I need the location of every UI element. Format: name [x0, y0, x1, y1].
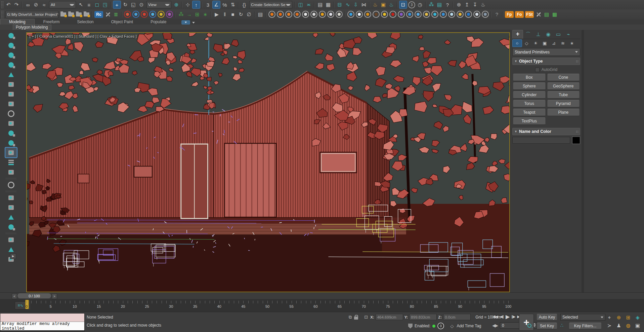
forest-grid2-icon[interactable]: ▦: [551, 11, 558, 18]
mini-curve-editor-button[interactable]: ≡∿: [15, 301, 26, 309]
x-coordinate-field[interactable]: 464.699cm: [376, 314, 403, 320]
notes-icon[interactable]: ▤: [436, 1, 443, 8]
sim-rewind-icon[interactable]: [5, 235, 17, 245]
absolute-mode-icon[interactable]: ⊡: [364, 315, 368, 320]
corona-camera-add-icon[interactable]: [5, 40, 17, 50]
next-key-button[interactable]: ||▶: [511, 315, 515, 319]
knife-icon[interactable]: [5, 212, 17, 222]
mirror-icon[interactable]: ◫: [297, 1, 304, 8]
add-time-tag[interactable]: Add Time Tag: [457, 324, 481, 328]
select-and-rotate-icon[interactable]: ↻: [122, 1, 129, 8]
key-filters-button[interactable]: Key Filters...: [569, 323, 601, 329]
select-and-scale-icon[interactable]: ◱: [130, 1, 137, 8]
corona-camera-icon[interactable]: [5, 31, 17, 40]
set-keys-button[interactable]: +: [519, 314, 534, 331]
rectangular-selection-icon[interactable]: ◻: [93, 1, 101, 8]
percent-snap-icon[interactable]: %: [221, 1, 228, 8]
preset-clouds-icon[interactable]: [327, 11, 334, 18]
render-history-icon[interactable]: ◷: [416, 1, 424, 8]
primitive-button-tube[interactable]: Tube: [547, 91, 580, 99]
preset-splash-icon[interactable]: [347, 11, 354, 18]
spray-sphere-icon[interactable]: [5, 222, 17, 232]
preset-candle-icon[interactable]: [319, 11, 326, 18]
material-shirt-icon[interactable]: [5, 202, 17, 212]
cameras-category[interactable]: ▣: [540, 40, 549, 47]
systems-category[interactable]: ∗: [567, 40, 576, 47]
primitive-button-teapot[interactable]: Teapot: [513, 109, 546, 116]
preset-whirlpool-icon[interactable]: [406, 11, 413, 18]
shapes-category[interactable]: ◇: [522, 40, 531, 47]
preset-waterfall-icon[interactable]: [415, 11, 422, 18]
voxel-cube-icon[interactable]: [166, 11, 173, 18]
primitive-button-textplus[interactable]: TextPlus: [513, 117, 546, 125]
ribbon-tab-freeform[interactable]: Freeform: [35, 19, 69, 25]
toolbar-grip[interactable]: [1, 10, 3, 18]
key-selection-dropdown[interactable]: Selected: [560, 314, 605, 321]
preset-blood-icon[interactable]: [389, 11, 396, 18]
script-load-icon[interactable]: ↥: [463, 1, 471, 8]
hierarchy-tab[interactable]: ⊥: [533, 31, 543, 38]
ribbon-tab-populate[interactable]: Populate: [142, 19, 175, 25]
script-run-icon[interactable]: ↧: [471, 1, 479, 8]
shield-icon[interactable]: [408, 324, 413, 329]
project-folder-dropdown[interactable]: G:\My Drive\Vi...terior Project: [5, 11, 58, 18]
teapot-outline-icon[interactable]: [5, 180, 17, 190]
folder-open-icon[interactable]: [68, 12, 74, 16]
preset-sunbeach-icon[interactable]: [457, 11, 464, 18]
selection-lock-icon[interactable]: [354, 317, 358, 320]
primitive-button-pyramid[interactable]: Pyramid: [547, 100, 580, 107]
use-pivot-center-icon[interactable]: ⊕: [173, 1, 180, 8]
primitive-button-cone[interactable]: Cone: [547, 74, 580, 81]
viewport[interactable]: [ + ] [ Corona Camera001 ] [ Standard ] …: [26, 32, 510, 292]
ribbon-tab-modeling[interactable]: Modeling: [0, 19, 35, 25]
align-icon[interactable]: ≍: [305, 1, 312, 8]
y-coordinate-field[interactable]: 899.833cm: [409, 314, 437, 320]
preset-waterfall2-icon[interactable]: [448, 11, 455, 18]
preset-beer-icon[interactable]: [364, 11, 371, 18]
primitive-button-cylinder[interactable]: Cylinder: [513, 91, 546, 99]
preset-explosion1-icon[interactable]: [285, 11, 292, 18]
unlink-selection-icon[interactable]: ⊘: [32, 1, 40, 8]
play-button[interactable]: ▶: [506, 313, 509, 320]
helpers-category[interactable]: ⊿: [549, 40, 558, 47]
zoom-extents-icon[interactable]: ⊞: [624, 313, 633, 322]
orbit-icon[interactable]: ◍: [624, 322, 633, 330]
phoenix-fire-icon[interactable]: [124, 11, 131, 18]
primitive-button-sphere[interactable]: Sphere: [513, 82, 546, 90]
preset-pencil-icon[interactable]: [336, 11, 343, 18]
forest-arrow-icon[interactable]: →: [185, 11, 193, 18]
material-layers-icon[interactable]: [5, 118, 17, 128]
trackbar-grip[interactable]: [29, 300, 31, 310]
window-crossing-icon[interactable]: ◳: [101, 1, 109, 8]
auto-key-button[interactable]: Auto Key: [537, 314, 557, 321]
primitive-button-geosphere[interactable]: GeoSphere: [547, 82, 580, 90]
layer-explorer-icon[interactable]: ▦: [325, 1, 332, 8]
forest-list-icon[interactable]: ▤: [543, 11, 550, 18]
motion-tab[interactable]: ◉: [543, 31, 553, 38]
primitive-button-torus[interactable]: Torus: [513, 100, 546, 107]
viewport-layout-icon[interactable]: [5, 167, 17, 177]
help-icon[interactable]: ?: [444, 1, 451, 8]
utilities-tab[interactable]: ⌁: [563, 31, 573, 38]
prev-frame-button[interactable]: <: [12, 293, 17, 299]
spinner-snap-icon[interactable]: ⇅: [229, 1, 237, 8]
go-start-button[interactable]: |◀◀: [492, 315, 498, 319]
display-tab[interactable]: ▭: [553, 31, 563, 38]
preset-beach-icon[interactable]: [423, 11, 430, 18]
toolbar-grip[interactable]: [1, 1, 3, 8]
converter-pinwheel-icon[interactable]: ⊛: [455, 1, 463, 8]
dope-sheet-icon[interactable]: ⇩: [352, 1, 359, 8]
preset-paint-icon[interactable]: [398, 11, 405, 18]
render-setup-icon[interactable]: ♨: [372, 1, 379, 8]
named-selection-dropdown[interactable]: Create Selection Se: [249, 1, 292, 8]
modify-tab[interactable]: ⌒: [523, 31, 533, 38]
preset-storm-icon[interactable]: [465, 11, 472, 18]
forest-tree-cursor-icon[interactable]: [5, 70, 17, 79]
railclone-button[interactable]: Rc: [94, 11, 103, 18]
primitives-dropdown[interactable]: Standard Primitives: [512, 48, 580, 56]
corona-sun-icon[interactable]: [5, 60, 17, 70]
circle-3-icon[interactable]: 3: [408, 1, 415, 8]
listener-output-line[interactable]: Array modifier menu already installed: [0, 322, 84, 330]
fire-ring-icon[interactable]: [5, 109, 17, 118]
select-by-name-icon[interactable]: ≡: [85, 1, 93, 8]
